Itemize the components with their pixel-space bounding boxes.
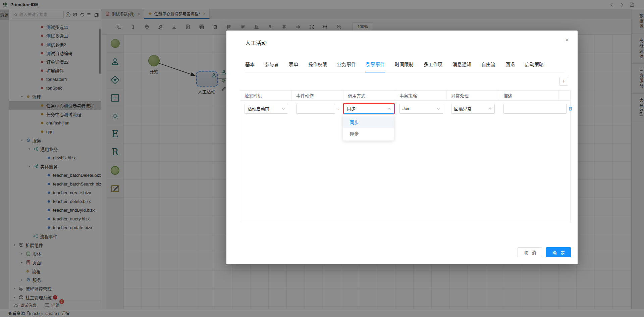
manual-activity-dialog: 人工活动 × 基本 参与者 表单 操作权限 业务事件 引擎事件 时间限制 多工作…: [226, 31, 578, 264]
engine-events-table: 触发时机 事件动作 调用方式 事务策略 异常处理 描述 活动启动前 ...: [240, 90, 571, 222]
tab-basic[interactable]: 基本: [245, 61, 255, 67]
dialog-tab-bar: 基本 参与者 表单 操作权限 业务事件 引擎事件 时间限制 多工作项 消息通知 …: [245, 61, 564, 72]
col-transaction: 事务策略: [395, 91, 447, 100]
invoke-mode-select-open[interactable]: 同步: [344, 104, 394, 114]
tab-participants[interactable]: 参与者: [265, 61, 279, 67]
dropdown-option-async[interactable]: 异步: [343, 128, 394, 139]
transaction-select[interactable]: Join: [399, 104, 443, 114]
tab-form[interactable]: 表单: [289, 61, 298, 67]
cancel-button[interactable]: 取 消: [518, 247, 542, 257]
tab-rollback[interactable]: 回退: [505, 61, 515, 67]
tab-multi-workitem[interactable]: 多工作项: [424, 61, 442, 67]
chevron-down-icon: [488, 108, 492, 110]
tab-permissions[interactable]: 操作权限: [308, 61, 327, 67]
tab-business-events[interactable]: 业务事件: [337, 61, 356, 67]
description-input[interactable]: [503, 104, 567, 114]
tab-engine-events[interactable]: 引擎事件: [366, 61, 385, 67]
table-header-row: 触发时机 事件动作 调用方式 事务策略 异常处理 描述: [240, 91, 570, 101]
col-action: 事件动作: [292, 91, 343, 100]
delete-row-trash-icon[interactable]: [568, 106, 573, 111]
tab-free-flow[interactable]: 自由流: [481, 61, 495, 67]
chevron-down-icon: [437, 108, 440, 110]
close-icon[interactable]: ×: [565, 37, 569, 43]
table-row: 活动启动前 ... 同步 Join: [240, 101, 570, 116]
add-row-button[interactable]: +: [559, 77, 568, 86]
col-exception: 异常处理: [447, 91, 499, 100]
invoke-mode-highlight: 同步: [343, 103, 395, 114]
col-trigger: 触发时机: [240, 91, 292, 100]
exception-select[interactable]: 回滚异常: [451, 104, 495, 114]
dialog-title: 人工活动: [245, 39, 267, 47]
dialog-footer: 取 消 确 定: [518, 247, 571, 257]
ok-button[interactable]: 确 定: [546, 247, 571, 257]
action-input[interactable]: [296, 104, 335, 114]
tab-start-strategy[interactable]: 启动策略: [525, 61, 544, 67]
invoke-mode-dropdown: 同步 异步: [343, 115, 394, 141]
col-description: 描述: [499, 91, 559, 100]
action-more-button[interactable]: ...: [336, 106, 341, 111]
chevron-up-icon: [388, 108, 391, 110]
dropdown-option-sync[interactable]: 同步: [343, 116, 394, 128]
trigger-select[interactable]: 活动启动前: [245, 104, 288, 114]
chevron-down-icon: [282, 108, 285, 110]
tab-notifications[interactable]: 消息通知: [452, 61, 471, 67]
col-invoke-mode: 调用方式: [343, 91, 395, 100]
col-operations: [559, 91, 570, 100]
tab-time-limit[interactable]: 时间限制: [395, 61, 414, 67]
